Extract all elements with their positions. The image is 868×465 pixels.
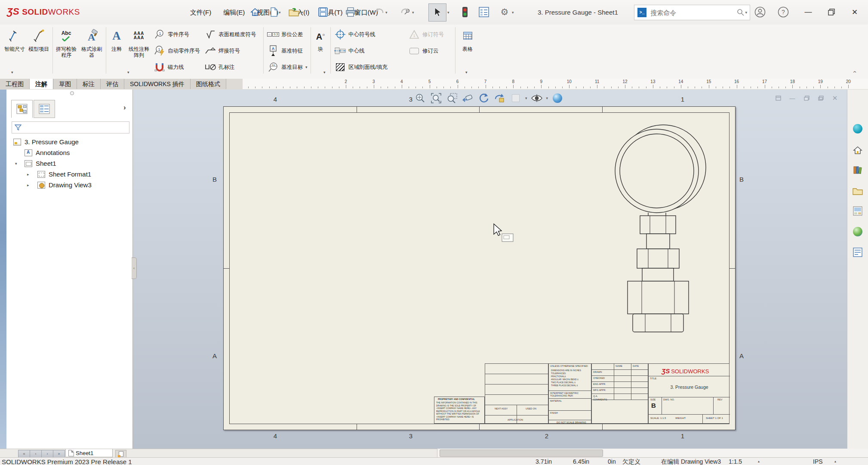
auto-balloon-button[interactable]: 1 自动零件序号: [153, 43, 200, 59]
command-tab-图纸格式[interactable]: 图纸格式: [191, 79, 226, 89]
new-document-caret[interactable]: ▾: [279, 10, 281, 15]
3d-drawing-view-icon[interactable]: [493, 92, 506, 105]
area-hatch-button[interactable]: 区域剖面线/填充: [334, 59, 388, 75]
tree-item-sheet1[interactable]: ▾Sheet1: [6, 158, 132, 169]
scrollbar-thumb[interactable]: [440, 450, 603, 457]
close-button[interactable]: ✕: [847, 5, 862, 19]
balloon-button[interactable]: 1 零件序号: [153, 26, 200, 43]
command-tab-评估[interactable]: 评估: [101, 79, 124, 89]
surface-finish-button[interactable]: 表面粗糙度符号: [204, 26, 256, 43]
spell-checker-button[interactable]: Abc 拼写检验程序: [54, 26, 78, 58]
command-tab-SOLIDWORKS-插件[interactable]: SOLIDWORKS 插件: [124, 79, 191, 89]
redo-button[interactable]: [399, 5, 412, 19]
open-caret[interactable]: ▾: [301, 10, 303, 15]
zoom-to-fit-icon[interactable]: [430, 92, 443, 105]
tree-item-drawing-view3[interactable]: ▸Drawing View3: [6, 180, 132, 191]
select-tool-caret[interactable]: ▾: [447, 10, 449, 15]
scale-caret[interactable]: ▴: [758, 459, 760, 463]
home-resources-icon[interactable]: [851, 144, 864, 157]
search-input[interactable]: [649, 9, 737, 17]
search-caret[interactable]: ▾: [745, 10, 747, 15]
zoom-whole-icon[interactable]: [414, 92, 427, 105]
datum-feature-button[interactable]: A 基准特征: [267, 43, 308, 59]
revision-cloud-button[interactable]: 修订云: [408, 43, 444, 59]
panel-handle-dot[interactable]: [70, 91, 74, 95]
print-button[interactable]: [344, 5, 357, 19]
tree-expander[interactable]: ▸: [27, 172, 29, 177]
search-icon[interactable]: [737, 9, 744, 16]
child-restore-button[interactable]: [815, 93, 826, 103]
open-button[interactable]: [287, 5, 300, 19]
child-close-button[interactable]: ✕: [829, 93, 840, 103]
child-window-icon-2[interactable]: [801, 93, 812, 103]
menu-e[interactable]: 编辑(E): [217, 0, 251, 25]
command-tab-草图[interactable]: 草图: [53, 79, 77, 89]
previous-view-icon[interactable]: [462, 92, 474, 105]
command-tab-注解[interactable]: 注解: [30, 79, 53, 89]
rotate-view-icon[interactable]: [477, 92, 490, 105]
appearances-icon[interactable]: [851, 225, 864, 238]
minimize-button[interactable]: —: [801, 5, 816, 19]
view-palette-icon[interactable]: [851, 205, 864, 217]
prev-sheet-button[interactable]: ‹: [30, 450, 42, 458]
hide-show-caret[interactable]: ▾: [546, 96, 548, 100]
drawing-sheet[interactable]: PROPRIETARY AND CONFIDENTIAL THE INFORMA…: [223, 106, 736, 430]
collapse-ribbon-chevron[interactable]: ›: [851, 71, 858, 73]
restore-button[interactable]: [824, 5, 839, 19]
magnetic-line-button[interactable]: 磁力线: [153, 59, 200, 75]
view-settings-icon[interactable]: [551, 92, 564, 105]
tree-filter-input[interactable]: [12, 121, 129, 133]
child-minimize-button[interactable]: —: [787, 93, 798, 103]
datum-target-caret[interactable]: ▾: [305, 65, 308, 69]
next-sheet-button[interactable]: ›: [41, 450, 53, 458]
tree-expander[interactable]: ▸: [27, 183, 29, 187]
block-flyout-caret[interactable]: ▾: [323, 70, 326, 74]
horizontal-scrollbar[interactable]: [437, 449, 868, 457]
custom-properties-icon[interactable]: [851, 246, 864, 259]
note-button[interactable]: A 注释: [108, 26, 126, 52]
format-painter-button[interactable]: A 格式涂刷器: [79, 26, 104, 58]
center-mark-button[interactable]: 中心符号线: [334, 26, 388, 43]
gear-settings-icon[interactable]: ⚙: [498, 5, 511, 19]
block-button[interactable]: A○ 块: [312, 26, 329, 52]
hole-callout-button[interactable]: 孔标注: [204, 59, 256, 75]
datum-target-button[interactable]: A1 基准目标 ▾: [267, 59, 308, 75]
settings-caret[interactable]: ▾: [512, 10, 514, 15]
help-icon[interactable]: ?: [777, 5, 790, 19]
geometric-tolerance-button[interactable]: ⌓0.3 形位公差: [267, 26, 308, 43]
smart-dimension-flyout-caret[interactable]: ▾: [11, 70, 13, 74]
undo-caret[interactable]: ▾: [385, 10, 388, 15]
child-window-icon[interactable]: [773, 93, 784, 103]
account-icon[interactable]: [754, 5, 766, 19]
panel-splitter-handle[interactable]: ‹: [132, 257, 137, 279]
last-sheet-button[interactable]: »: [53, 450, 65, 458]
tree-item-annotations[interactable]: Annotations: [6, 148, 132, 158]
feature-tree-tab[interactable]: [11, 100, 33, 118]
tree-item-sheet-format1[interactable]: ▸Sheet Format1: [6, 169, 132, 180]
search-scope-icon[interactable]: >_: [637, 8, 646, 17]
select-tool-button[interactable]: [428, 3, 446, 22]
redo-caret[interactable]: ▾: [412, 10, 414, 15]
design-library-icon[interactable]: [851, 164, 864, 177]
weld-symbol-button[interactable]: 焊接符号: [204, 43, 256, 59]
zoom-to-area-icon[interactable]: [446, 92, 459, 105]
command-tab-标注[interactable]: 标注: [77, 79, 101, 89]
first-sheet-button[interactable]: «: [18, 450, 30, 458]
rebuild-traffic-light-icon[interactable]: [459, 5, 471, 19]
model-items-button[interactable]: 模型项目: [27, 26, 51, 52]
centerline-button[interactable]: 中心线: [334, 43, 388, 59]
file-explorer-icon[interactable]: [851, 185, 864, 198]
undo-button[interactable]: [372, 5, 385, 19]
note-flyout-caret[interactable]: ▾: [127, 70, 129, 74]
revision-symbol-button[interactable]: 1 修订符号: [408, 26, 444, 43]
menu-f[interactable]: 文件(F): [184, 0, 217, 25]
options-list-icon[interactable]: [477, 5, 490, 19]
smart-dimension-button[interactable]: 智能尺寸: [3, 26, 27, 52]
tree-item-3-pressure-gauge[interactable]: 3. Pressure Gauge: [6, 137, 132, 148]
units-caret[interactable]: ▴: [834, 459, 836, 463]
print-caret[interactable]: ▾: [357, 10, 359, 15]
tree-expander[interactable]: ▾: [15, 161, 17, 166]
tables-flyout-caret[interactable]: ▾: [465, 70, 468, 74]
property-manager-tab[interactable]: [34, 100, 55, 118]
save-button[interactable]: [317, 5, 329, 19]
